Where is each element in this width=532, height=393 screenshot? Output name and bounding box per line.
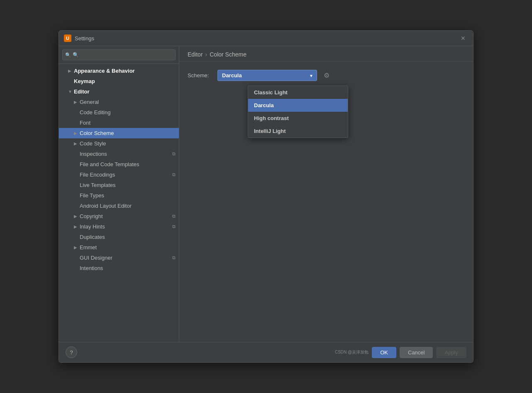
sidebar-item-label: General: [80, 99, 99, 105]
sidebar: 🔍 ▶ Appearance & Behavior Keymap ▼: [59, 46, 179, 342]
search-input[interactable]: [62, 49, 176, 60]
scheme-label: Scheme:: [188, 72, 212, 79]
sidebar-item-label: Font: [80, 120, 90, 126]
gear-button[interactable]: ⚙: [322, 70, 331, 81]
ok-button[interactable]: OK: [372, 347, 396, 358]
chevron-icon: ▶: [74, 100, 80, 104]
sidebar-item-label: Intentions: [80, 265, 103, 271]
search-wrapper: 🔍: [62, 49, 176, 60]
sidebar-item-label: Inspections: [80, 151, 107, 157]
search-icon: 🔍: [65, 52, 71, 58]
breadcrumb-parent: Editor: [188, 51, 203, 58]
title-bar: U Settings ✕: [59, 31, 473, 46]
sidebar-item-label: File Encodings: [80, 172, 115, 178]
footer-left: ?: [66, 346, 77, 358]
option-label: Classic Light: [254, 89, 288, 96]
sidebar-item-label: Editor: [74, 88, 90, 95]
chevron-icon: ▶: [74, 224, 80, 229]
breadcrumb-current: Color Scheme: [210, 51, 246, 58]
scheme-option-darcula[interactable]: Darcula: [248, 99, 348, 112]
sidebar-item-gui-designer[interactable]: GUI Designer ⧉: [59, 253, 179, 263]
dialog-footer: ? CSDN @吴泽加勉 OK Cancel Apply: [59, 342, 473, 362]
sidebar-item-android-layout[interactable]: Android Layout Editor: [59, 201, 179, 211]
sidebar-item-label: Duplicates: [80, 234, 105, 240]
sidebar-item-general[interactable]: ▶ General: [59, 97, 179, 107]
sidebar-item-file-types[interactable]: File Types: [59, 190, 179, 201]
chevron-icon: ▶: [74, 214, 80, 219]
breadcrumb-separator: ›: [205, 51, 207, 58]
breadcrumb: Editor › Color Scheme: [179, 46, 473, 61]
sidebar-item-label: File and Code Templates: [80, 161, 139, 167]
option-label: High contrast: [254, 115, 289, 121]
dropdown-arrow-icon: ▼: [309, 73, 313, 78]
cancel-button[interactable]: Cancel: [400, 347, 433, 358]
help-icon: ?: [70, 349, 73, 356]
sidebar-item-file-templates[interactable]: File and Code Templates: [59, 159, 179, 169]
main-content: Editor › Color Scheme Scheme: Darcula ▼: [179, 46, 473, 342]
sidebar-item-label: GUI Designer: [80, 255, 112, 261]
sidebar-tree: ▶ Appearance & Behavior Keymap ▼ Editor …: [59, 64, 179, 342]
sidebar-item-label: Code Editing: [80, 109, 110, 115]
sidebar-item-label: Code Style: [80, 140, 106, 147]
help-button[interactable]: ?: [66, 346, 77, 358]
scheme-dropdown-popup: Classic Light Darcula High contrast Inte…: [248, 86, 348, 138]
sidebar-item-appearance[interactable]: ▶ Appearance & Behavior: [59, 66, 179, 76]
scheme-dropdown-button[interactable]: Darcula ▼: [217, 70, 317, 81]
sidebar-item-file-encodings[interactable]: File Encodings ⧉: [59, 169, 179, 180]
option-label: Darcula: [254, 102, 274, 108]
watermark: CSDN @吴泽加勉: [335, 349, 368, 355]
sidebar-item-emmet[interactable]: ▶ Emmet: [59, 242, 179, 253]
copy-icon: ⧉: [172, 151, 176, 157]
scheme-option-intellij-light[interactable]: IntelliJ Light: [248, 125, 348, 138]
app-icon: U: [64, 34, 71, 42]
content-area: Scheme: Darcula ▼ Classic Light: [179, 61, 473, 342]
apply-button[interactable]: Apply: [436, 347, 466, 358]
sidebar-item-copyright[interactable]: ▶ Copyright ⧉: [59, 211, 179, 221]
sidebar-item-color-scheme[interactable]: ▶ Color Scheme: [59, 128, 179, 138]
copy-icon: ⧉: [172, 172, 176, 177]
sidebar-item-inspections[interactable]: Inspections ⧉: [59, 149, 179, 159]
sidebar-item-keymap[interactable]: Keymap: [59, 76, 179, 86]
copy-icon: ⧉: [172, 224, 176, 229]
dialog-body: 🔍 ▶ Appearance & Behavior Keymap ▼: [59, 46, 473, 342]
chevron-icon: ▶: [74, 141, 80, 146]
sidebar-item-label: Emmet: [80, 244, 97, 251]
sidebar-item-label: Copyright: [80, 213, 103, 219]
scheme-dropdown-wrapper: Darcula ▼ Classic Light Darcula: [217, 70, 317, 81]
scheme-row: Scheme: Darcula ▼ Classic Light: [188, 70, 465, 81]
search-box: 🔍: [59, 46, 179, 64]
scheme-option-high-contrast[interactable]: High contrast: [248, 112, 348, 125]
chevron-icon: ▶: [74, 245, 80, 250]
copy-icon: ⧉: [172, 214, 176, 219]
sidebar-item-label: Color Scheme: [80, 130, 114, 136]
scheme-current-value: Darcula: [222, 72, 242, 79]
copy-icon: ⧉: [172, 255, 176, 260]
sidebar-item-live-templates[interactable]: Live Templates: [59, 180, 179, 190]
sidebar-item-label: Inlay Hints: [80, 224, 105, 230]
close-button[interactable]: ✕: [458, 34, 468, 42]
option-label: IntelliJ Light: [254, 128, 286, 134]
sidebar-item-editor[interactable]: ▼ Editor: [59, 86, 179, 97]
title-bar-left: U Settings: [64, 34, 94, 42]
chevron-icon: ▶: [68, 69, 74, 73]
chevron-down-icon: ▼: [68, 89, 74, 94]
footer-right: CSDN @吴泽加勉 OK Cancel Apply: [332, 347, 466, 358]
scheme-option-classic-light[interactable]: Classic Light: [248, 86, 348, 99]
sidebar-item-label: Android Layout Editor: [80, 203, 132, 209]
sidebar-item-intentions[interactable]: Intentions: [59, 263, 179, 273]
sidebar-item-label: Live Templates: [80, 182, 115, 188]
sidebar-item-label: Keymap: [74, 78, 95, 84]
sidebar-item-label: File Types: [80, 192, 104, 199]
sidebar-item-code-style[interactable]: ▶ Code Style: [59, 138, 179, 149]
window-title: Settings: [75, 35, 94, 42]
sidebar-item-font[interactable]: Font: [59, 118, 179, 128]
settings-dialog: U Settings ✕ 🔍 ▶ Appearance & Behavior: [59, 30, 473, 363]
chevron-icon: ▶: [74, 131, 80, 135]
sidebar-item-label: Appearance & Behavior: [74, 68, 135, 74]
sidebar-item-code-editing[interactable]: Code Editing: [59, 107, 179, 118]
sidebar-item-duplicates[interactable]: Duplicates: [59, 232, 179, 242]
sidebar-item-inlay-hints[interactable]: ▶ Inlay Hints ⧉: [59, 221, 179, 232]
svg-text:U: U: [66, 36, 69, 41]
